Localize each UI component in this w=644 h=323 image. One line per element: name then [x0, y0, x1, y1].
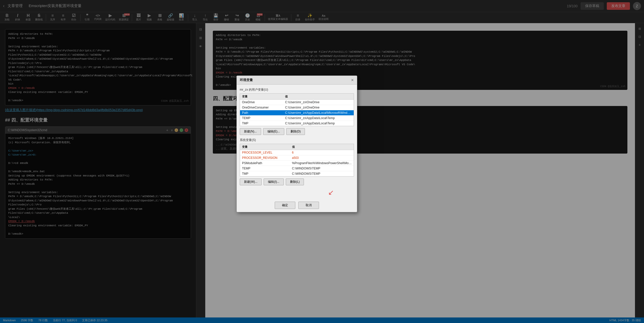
divider4 [188, 14, 188, 21]
fit-icon[interactable]: ⊡ [637, 34, 643, 40]
cmd-line: gram Files (x86)\Tencent\微信web开发者工具\dll;… [8, 207, 188, 215]
cmd-line: D:\emsdk>emsdk_env.bat [8, 169, 188, 174]
var-value: C:\Users\mr_zx\OneDrive [283, 105, 354, 110]
chevron-down-icon[interactable]: ∨ [171, 128, 173, 133]
sys-var-row[interactable]: PSModulePath%ProgramFiles%\WindowsPowerS… [240, 161, 354, 166]
dialog-cancel-button[interactable]: 取消 [298, 202, 319, 209]
sys-vars-label: 系统变量(S) [240, 138, 354, 142]
tool-bold[interactable]: B加粗 [2, 13, 12, 22]
sys-var-row[interactable]: TMPC:\WINDOWS\TEMP [240, 171, 354, 176]
tool-format[interactable]: Aa语法说明 [317, 13, 330, 22]
sys-new-button[interactable]: 新建(W)... [240, 178, 262, 185]
sys-var-row[interactable]: USERNAMESYSTEM [240, 176, 354, 177]
tool-ai[interactable]: ✨创作助手 [303, 13, 316, 22]
user-var-row[interactable]: OneDriveC:\Users\mr_zx\OneDrive [240, 100, 354, 105]
var-name: OneDriveConsumer [240, 105, 283, 110]
dialog-footer: 确定 取消 [237, 200, 357, 212]
cmd-line: (c) Microsoft Corporation. 保留所有权利。 [8, 140, 188, 145]
expand-icon[interactable]: ⊞ [637, 26, 643, 32]
user-vars-label: mr_zx 的用户变量(U) [240, 88, 354, 92]
var-value: C:\Users\mr_zx\AppData\Local\Temp [283, 121, 354, 126]
cmd-prompt: D:\emsdk> [8, 232, 188, 236]
user-delete-button[interactable]: 删除(D) [286, 128, 305, 135]
tool-task-list[interactable]: ☑待办 [69, 13, 79, 22]
status-cursor: 当前行 77, 当前列 0 [53, 318, 77, 322]
tool-richtext[interactable]: 富A使用富文本编辑器 [266, 13, 290, 22]
cmd-line: \Local\ [8, 215, 188, 220]
sys-var-row[interactable]: PROCESSOR_LEVEL6 [240, 150, 354, 155]
editor-content[interactable]: Adding directories to PATH: PATH += D:\e… [0, 23, 196, 317]
sys-vars-table-container[interactable]: 变量 值 PROCESSOR_LEVEL6PROCESSOR_REVISIONa… [240, 144, 354, 176]
tool-strikethrough[interactable]: S删除线 [34, 13, 44, 22]
cmd-line: Setting up EMSDK environment (suppress t… [8, 174, 188, 178]
sys-var-name: PSModulePath [240, 161, 290, 166]
back-icon[interactable]: ‹ [3, 3, 5, 9]
tool-unordered-list[interactable]: ≡无序 [48, 13, 58, 22]
tool-save[interactable]: 💾保存 [211, 13, 221, 22]
env-dialog[interactable]: 环境变量 ✕ mr_zx 的用户变量(U) 变量 值 OneDriveC:\Us… [236, 76, 357, 212]
sys-edit-button[interactable]: 编辑(I)... [264, 178, 284, 185]
tool-quote[interactable]: ❝引用 [82, 13, 92, 22]
user-vars-table-container[interactable]: 变量 值 OneDriveC:\Users\mr_zx\OneDriveOneD… [240, 93, 354, 126]
list-icon[interactable]: ≡ [637, 42, 643, 48]
user-new-button[interactable]: 新建(N)... [240, 128, 261, 135]
var-value: C:\Users\mr_zx\AppData\Local\Microsoft\W… [283, 110, 354, 116]
tool-vote[interactable]: 📊投票 [176, 13, 186, 22]
sys-delete-button[interactable]: 删除(L) [286, 178, 304, 185]
save-draft-button[interactable]: 保存草稿 [581, 2, 604, 10]
user-var-row[interactable]: TEMPC:\Users\mr_zx\AppData\Local\Temp [240, 116, 354, 121]
tool-ordered-list[interactable]: ≡有序 [58, 13, 68, 22]
p-term-line: \Local\Microsoft\WindowsApps;C:\Users\mr… [216, 62, 624, 67]
tool-video[interactable]: ▶视频 [144, 13, 154, 22]
columns-icon[interactable]: ⊟ [197, 26, 204, 33]
terminal-emsdk-line: EMSDK = D:/emsdk [8, 86, 188, 90]
tool-redo[interactable]: ↪重做 [232, 13, 242, 22]
image-placeholder[interactable]: [在这里插入图片描述](https://img-blog.csdnimg.cn/… [5, 107, 191, 113]
eye-icon[interactable]: 👁 [197, 43, 204, 50]
dialog-close-button[interactable]: ✕ [351, 78, 354, 82]
avatar[interactable]: Z [633, 2, 641, 10]
tool-code[interactable]: </>代码块 [93, 13, 103, 22]
user-btn-row: 新建(N)... 编辑(E)... 删除(D) [240, 128, 354, 135]
editor-panel: Adding directories to PATH: PATH += D:\e… [0, 23, 196, 317]
cmd-title-text: C:\WINDOWS\system32\cmd [8, 128, 165, 133]
add-tab-icon[interactable]: + [166, 127, 168, 133]
p-term-line: bin [216, 66, 624, 71]
publish-button[interactable]: 发布文章 [607, 2, 630, 10]
terminal-line: Adding directories to PATH: [8, 32, 188, 36]
sys-var-row[interactable]: PROCESSOR_REVISIONa503 [240, 155, 354, 161]
maximize-button[interactable]: □ [180, 128, 183, 132]
tool-template[interactable]: ⊡模板NEW [253, 13, 263, 22]
cmd-emsdk-line: EMSDK = D:/emsdk [8, 219, 188, 224]
split-icon[interactable]: ⊞ [197, 34, 204, 41]
sys-var-row[interactable]: TEMPC:\WINDOWS\TEMP [240, 166, 354, 171]
tool-link[interactable]: 🔗超链接 [165, 13, 176, 22]
user-var-row[interactable]: TMPC:\Users\mr_zx\AppData\Local\Temp [240, 121, 354, 126]
toolbar: B加粗 I斜体 H标题 S删除线 ≡无序 ≡有序 ☑待办 ❝引用 </>代码块 … [0, 12, 644, 23]
divider2 [80, 14, 80, 21]
tool-resource[interactable]: ⊞资源绑定NEW [117, 13, 130, 22]
terminal-line: PATH = D:\emsdk;C:\Program Files\Python3… [8, 49, 188, 57]
article-title[interactable]: Emscripten安装并配置环境变量 [29, 4, 565, 8]
tool-heading[interactable]: H标题 [23, 13, 33, 22]
tool-image[interactable]: 🖼图片 [134, 13, 144, 22]
sys-var-value: C:\WINDOWS\TEMP [290, 166, 354, 171]
status-word-count: 2596 字数 [21, 318, 33, 322]
tool-table[interactable]: ⊞表格 [155, 13, 165, 22]
sys-var-value: %ProgramFiles%\WindowsPowerShell\Modules… [290, 161, 354, 166]
minimize-button[interactable]: − [175, 128, 178, 132]
tool-italic[interactable]: I斜体 [13, 13, 23, 22]
terminal-line: Setting environment variables: [8, 45, 188, 49]
tool-run-code[interactable]: ▶运行代码 [104, 13, 117, 22]
tool-history[interactable]: 🕐历史 [243, 13, 253, 22]
tool-export[interactable]: ↑导出 [200, 13, 210, 22]
user-edit-button[interactable]: 编辑(E)... [263, 128, 284, 135]
tool-undo[interactable]: ↩撤销 [221, 13, 231, 22]
user-var-row[interactable]: PathC:\Users\mr_zx\AppData\Local\Microso… [240, 110, 354, 116]
tool-import[interactable]: ↓导入 [190, 13, 200, 22]
close-button[interactable]: ✕ [185, 128, 188, 132]
sys-vars-table: 变量 值 PROCESSOR_LEVEL6PROCESSOR_REVISIONa… [240, 144, 354, 176]
tool-toc[interactable]: ≡目录 [293, 13, 303, 22]
user-var-row[interactable]: OneDriveConsumerC:\Users\mr_zx\OneDrive [240, 105, 354, 110]
dialog-ok-button[interactable]: 确定 [275, 202, 295, 209]
